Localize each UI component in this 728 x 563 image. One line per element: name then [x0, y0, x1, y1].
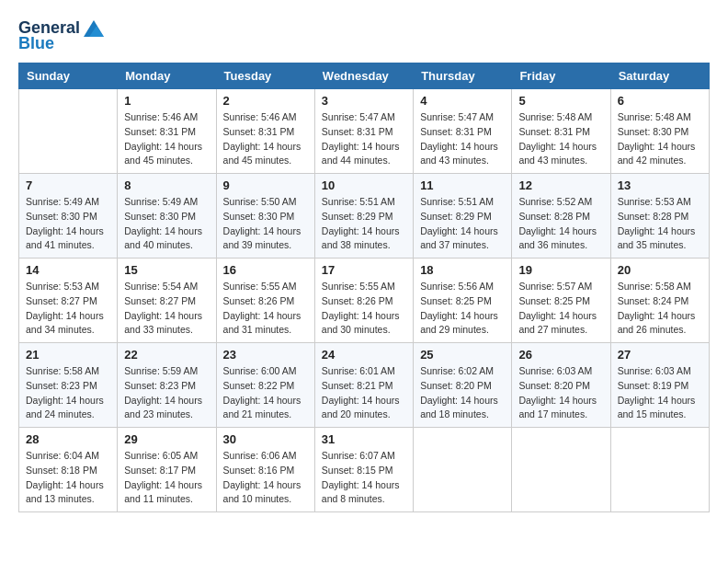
- calendar-cell: 31Sunrise: 6:07 AMSunset: 8:15 PMDayligh…: [314, 428, 413, 512]
- day-info: Sunrise: 6:06 AMSunset: 8:16 PMDaylight:…: [223, 449, 308, 507]
- calendar-cell: 8Sunrise: 5:49 AMSunset: 8:30 PMDaylight…: [118, 174, 216, 259]
- logo-blue-text: Blue: [18, 34, 54, 53]
- day-info: Sunrise: 5:49 AMSunset: 8:30 PMDaylight:…: [26, 195, 110, 253]
- calendar-cell: 14Sunrise: 5:53 AMSunset: 8:27 PMDayligh…: [19, 259, 118, 343]
- calendar-cell: 27Sunrise: 6:03 AMSunset: 8:19 PMDayligh…: [610, 343, 709, 428]
- day-info: Sunrise: 6:03 AMSunset: 8:19 PMDaylight:…: [618, 364, 702, 422]
- day-info: Sunrise: 5:56 AMSunset: 8:25 PMDaylight:…: [420, 280, 505, 338]
- week-row-2: 7Sunrise: 5:49 AMSunset: 8:30 PMDaylight…: [19, 174, 710, 259]
- day-number: 19: [518, 263, 603, 277]
- calendar-cell: 5Sunrise: 5:48 AMSunset: 8:31 PMDaylight…: [512, 89, 610, 174]
- day-number: 24: [322, 348, 406, 362]
- day-info: Sunrise: 6:03 AMSunset: 8:20 PMDaylight:…: [518, 364, 603, 422]
- day-number: 20: [618, 263, 702, 277]
- day-number: 27: [618, 348, 702, 362]
- calendar-cell: 20Sunrise: 5:58 AMSunset: 8:24 PMDayligh…: [610, 259, 709, 343]
- weekday-header-row: SundayMondayTuesdayWednesdayThursdayFrid…: [19, 63, 710, 89]
- day-number: 25: [420, 348, 505, 362]
- calendar-cell: 18Sunrise: 5:56 AMSunset: 8:25 PMDayligh…: [414, 259, 512, 343]
- day-info: Sunrise: 5:57 AMSunset: 8:25 PMDaylight:…: [518, 280, 603, 338]
- calendar-cell: [414, 428, 512, 512]
- day-number: 4: [420, 94, 505, 108]
- day-number: 31: [322, 432, 406, 446]
- calendar-cell: 6Sunrise: 5:48 AMSunset: 8:30 PMDaylight…: [610, 89, 709, 174]
- calendar-cell: 17Sunrise: 5:55 AMSunset: 8:26 PMDayligh…: [314, 259, 413, 343]
- day-info: Sunrise: 5:52 AMSunset: 8:28 PMDaylight:…: [518, 195, 603, 253]
- day-number: 30: [223, 432, 308, 446]
- day-info: Sunrise: 5:59 AMSunset: 8:23 PMDaylight:…: [124, 364, 209, 422]
- calendar-cell: 22Sunrise: 5:59 AMSunset: 8:23 PMDayligh…: [118, 343, 216, 428]
- day-info: Sunrise: 6:01 AMSunset: 8:21 PMDaylight:…: [322, 364, 406, 422]
- weekday-header-tuesday: Tuesday: [216, 63, 314, 89]
- day-info: Sunrise: 5:46 AMSunset: 8:31 PMDaylight:…: [223, 110, 308, 168]
- day-info: Sunrise: 6:05 AMSunset: 8:17 PMDaylight:…: [124, 449, 209, 507]
- day-info: Sunrise: 5:46 AMSunset: 8:31 PMDaylight:…: [124, 110, 209, 168]
- day-number: 13: [618, 178, 702, 192]
- calendar-cell: 15Sunrise: 5:54 AMSunset: 8:27 PMDayligh…: [118, 259, 216, 343]
- weekday-header-saturday: Saturday: [610, 63, 709, 89]
- calendar-cell: 25Sunrise: 6:02 AMSunset: 8:20 PMDayligh…: [414, 343, 512, 428]
- calendar-cell: 29Sunrise: 6:05 AMSunset: 8:17 PMDayligh…: [118, 428, 216, 512]
- day-number: 21: [26, 348, 110, 362]
- calendar-cell: 28Sunrise: 6:04 AMSunset: 8:18 PMDayligh…: [19, 428, 118, 512]
- weekday-header-wednesday: Wednesday: [314, 63, 413, 89]
- calendar-cell: 4Sunrise: 5:47 AMSunset: 8:31 PMDaylight…: [414, 89, 512, 174]
- day-number: 28: [26, 432, 110, 446]
- day-number: 18: [420, 263, 505, 277]
- calendar-cell: 9Sunrise: 5:50 AMSunset: 8:30 PMDaylight…: [216, 174, 314, 259]
- week-row-4: 21Sunrise: 5:58 AMSunset: 8:23 PMDayligh…: [19, 343, 710, 428]
- day-number: 8: [124, 178, 209, 192]
- day-info: Sunrise: 6:04 AMSunset: 8:18 PMDaylight:…: [26, 449, 110, 507]
- day-number: 9: [223, 178, 308, 192]
- calendar-cell: 19Sunrise: 5:57 AMSunset: 8:25 PMDayligh…: [512, 259, 610, 343]
- calendar-cell: 7Sunrise: 5:49 AMSunset: 8:30 PMDaylight…: [19, 174, 118, 259]
- day-info: Sunrise: 6:07 AMSunset: 8:15 PMDaylight:…: [322, 449, 406, 507]
- day-number: 26: [518, 348, 603, 362]
- day-number: 7: [26, 178, 110, 192]
- logo-icon: [84, 20, 104, 37]
- calendar-cell: 10Sunrise: 5:51 AMSunset: 8:29 PMDayligh…: [314, 174, 413, 259]
- calendar-cell: 16Sunrise: 5:55 AMSunset: 8:26 PMDayligh…: [216, 259, 314, 343]
- calendar-cell: 24Sunrise: 6:01 AMSunset: 8:21 PMDayligh…: [314, 343, 413, 428]
- day-info: Sunrise: 5:48 AMSunset: 8:31 PMDaylight:…: [518, 110, 603, 168]
- day-number: 12: [518, 178, 603, 192]
- weekday-header-thursday: Thursday: [414, 63, 512, 89]
- day-info: Sunrise: 6:02 AMSunset: 8:20 PMDaylight:…: [420, 364, 505, 422]
- logo: General Blue: [18, 18, 104, 53]
- day-info: Sunrise: 5:51 AMSunset: 8:29 PMDaylight:…: [322, 195, 406, 253]
- calendar-cell: 30Sunrise: 6:06 AMSunset: 8:16 PMDayligh…: [216, 428, 314, 512]
- weekday-header-friday: Friday: [512, 63, 610, 89]
- day-info: Sunrise: 5:51 AMSunset: 8:29 PMDaylight:…: [420, 195, 505, 253]
- day-info: Sunrise: 5:47 AMSunset: 8:31 PMDaylight:…: [420, 110, 505, 168]
- day-info: Sunrise: 5:58 AMSunset: 8:24 PMDaylight:…: [618, 280, 702, 338]
- day-number: 10: [322, 178, 406, 192]
- day-info: Sunrise: 5:50 AMSunset: 8:30 PMDaylight:…: [223, 195, 308, 253]
- day-info: Sunrise: 5:55 AMSunset: 8:26 PMDaylight:…: [322, 280, 406, 338]
- day-info: Sunrise: 5:53 AMSunset: 8:27 PMDaylight:…: [26, 280, 110, 338]
- calendar-cell: 2Sunrise: 5:46 AMSunset: 8:31 PMDaylight…: [216, 89, 314, 174]
- day-info: Sunrise: 5:53 AMSunset: 8:28 PMDaylight:…: [618, 195, 702, 253]
- calendar-cell: 1Sunrise: 5:46 AMSunset: 8:31 PMDaylight…: [118, 89, 216, 174]
- calendar-cell: 23Sunrise: 6:00 AMSunset: 8:22 PMDayligh…: [216, 343, 314, 428]
- day-info: Sunrise: 6:00 AMSunset: 8:22 PMDaylight:…: [223, 364, 308, 422]
- day-info: Sunrise: 5:49 AMSunset: 8:30 PMDaylight:…: [124, 195, 209, 253]
- day-info: Sunrise: 5:47 AMSunset: 8:31 PMDaylight:…: [322, 110, 406, 168]
- day-number: 22: [124, 348, 209, 362]
- header: General Blue: [18, 18, 710, 53]
- day-number: 16: [223, 263, 308, 277]
- day-info: Sunrise: 5:58 AMSunset: 8:23 PMDaylight:…: [26, 364, 110, 422]
- week-row-1: 1Sunrise: 5:46 AMSunset: 8:31 PMDaylight…: [19, 89, 710, 174]
- day-info: Sunrise: 5:55 AMSunset: 8:26 PMDaylight:…: [223, 280, 308, 338]
- weekday-header-monday: Monday: [118, 63, 216, 89]
- week-row-5: 28Sunrise: 6:04 AMSunset: 8:18 PMDayligh…: [19, 428, 710, 512]
- day-number: 29: [124, 432, 209, 446]
- day-number: 6: [618, 94, 702, 108]
- day-info: Sunrise: 5:48 AMSunset: 8:30 PMDaylight:…: [618, 110, 702, 168]
- calendar-cell: [610, 428, 709, 512]
- day-number: 3: [322, 94, 406, 108]
- day-number: 11: [420, 178, 505, 192]
- calendar-cell: 21Sunrise: 5:58 AMSunset: 8:23 PMDayligh…: [19, 343, 118, 428]
- day-number: 23: [223, 348, 308, 362]
- day-number: 2: [223, 94, 308, 108]
- day-number: 5: [518, 94, 603, 108]
